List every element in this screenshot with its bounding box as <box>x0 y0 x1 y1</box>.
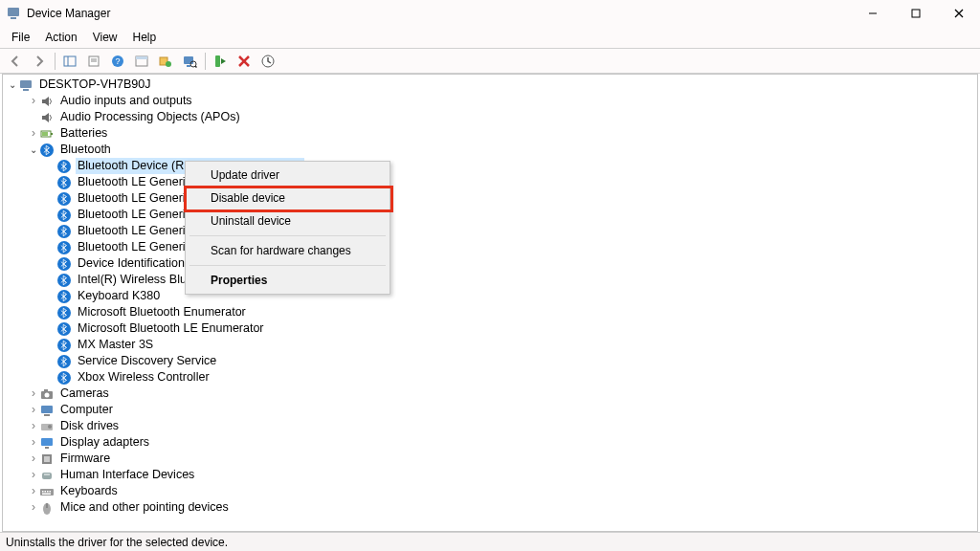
context-menu-item[interactable]: Update driver <box>188 164 388 187</box>
tree-root[interactable]: DESKTOP-VH7B90J <box>3 77 977 93</box>
svg-rect-1 <box>11 17 16 19</box>
tree-row[interactable]: Display adapters <box>3 434 977 451</box>
help-toolbar-button[interactable]: ? <box>106 51 129 72</box>
svg-rect-62 <box>50 491 52 493</box>
svg-rect-47 <box>44 389 48 391</box>
chevron-right-icon[interactable] <box>28 386 39 402</box>
update-driver-button[interactable] <box>256 51 279 72</box>
context-menu-item[interactable]: Properties <box>188 269 388 292</box>
svg-rect-59 <box>42 491 44 493</box>
chevron-right-icon[interactable] <box>28 451 39 467</box>
tree-row[interactable]: Bluetooth <box>3 142 977 158</box>
tree-row[interactable]: ·Xbox Wireless Controller <box>3 369 977 386</box>
firmware-icon <box>39 452 55 467</box>
svg-rect-25 <box>20 80 32 88</box>
tree-row[interactable]: ·Device Identification <box>3 255 977 272</box>
chevron-right-icon[interactable] <box>28 467 39 483</box>
bt-icon <box>56 289 72 304</box>
tree-row[interactable]: Firmware <box>3 451 977 467</box>
bt-icon <box>56 224 72 239</box>
context-menu-item[interactable]: Scan for hardware changes <box>188 239 388 262</box>
keyboard-icon <box>39 484 55 499</box>
properties-toolbar-button[interactable] <box>82 51 105 72</box>
device-tree[interactable]: DESKTOP-VH7B90JAudio inputs and outputs·… <box>2 74 978 532</box>
chevron-right-icon[interactable] <box>28 125 39 142</box>
tree-row[interactable]: Computer <box>3 402 977 418</box>
tree-row[interactable]: ·Microsoft Bluetooth LE Enumerator <box>3 320 977 337</box>
tree-row[interactable]: ·Bluetooth LE Generi <box>3 207 977 223</box>
menu-file[interactable]: File <box>4 29 37 46</box>
menu-help[interactable]: Help <box>125 29 165 46</box>
svg-rect-61 <box>47 491 49 493</box>
toolbar-icon-1[interactable] <box>130 51 153 72</box>
tree-row[interactable]: Cameras <box>3 386 977 402</box>
bt-icon <box>56 338 72 353</box>
chevron-down-icon[interactable] <box>28 142 39 158</box>
computer-icon <box>18 77 33 93</box>
tree-node-label: Human Interface Devices <box>58 467 196 483</box>
tree-row[interactable]: ·MX Master 3S <box>3 337 977 353</box>
tree-node-label: Microsoft Bluetooth Enumerator <box>76 304 248 320</box>
close-button[interactable] <box>937 0 980 27</box>
back-button[interactable] <box>4 51 27 72</box>
tree-row[interactable]: Batteries <box>3 125 977 142</box>
svg-rect-53 <box>45 447 49 449</box>
tree-row[interactable]: Disk drives <box>3 418 977 434</box>
tree-row[interactable]: Audio inputs and outputs <box>3 93 977 109</box>
hid-icon <box>39 468 55 483</box>
menu-view[interactable]: View <box>85 29 125 46</box>
tree-node-label: MX Master 3S <box>76 337 155 353</box>
context-menu-item[interactable]: Disable device <box>188 187 388 209</box>
tree-row[interactable]: Mice and other pointing devices <box>3 499 977 516</box>
scan-hardware-button[interactable] <box>178 51 201 72</box>
tree-node-label: Bluetooth <box>58 142 113 158</box>
context-menu-separator <box>189 265 386 266</box>
tree-row[interactable]: ·Bluetooth Device (RFCOMM Protocol TDI) <box>3 158 977 174</box>
tree-row[interactable]: Keyboards <box>3 483 977 499</box>
chevron-right-icon[interactable] <box>28 434 39 451</box>
context-menu-item[interactable]: Uninstall device <box>188 209 388 232</box>
tree-row[interactable]: ·Bluetooth LE Generi <box>3 190 977 207</box>
tree-node-label: Xbox Wireless Controller <box>76 369 212 386</box>
tree-row[interactable]: ·Microsoft Bluetooth Enumerator <box>3 304 977 320</box>
tree-node-label: Mice and other pointing devices <box>58 499 231 516</box>
forward-button[interactable] <box>28 51 51 72</box>
tree-row[interactable]: ·Intel(R) Wireless Blu <box>3 272 977 288</box>
tree-row[interactable]: Human Interface Devices <box>3 467 977 483</box>
chevron-right-icon[interactable] <box>28 483 39 499</box>
svg-rect-18 <box>187 65 190 67</box>
display-icon <box>39 435 55 451</box>
minimize-button[interactable] <box>851 0 894 27</box>
bt-icon <box>56 354 72 369</box>
svg-rect-49 <box>44 414 50 416</box>
tree-node-label: Device Identification <box>76 255 187 272</box>
svg-rect-26 <box>23 89 29 91</box>
tree-row[interactable]: ·Audio Processing Objects (APOs) <box>3 109 977 125</box>
menu-action[interactable]: Action <box>37 29 84 46</box>
maximize-button[interactable] <box>894 0 937 27</box>
mouse-icon <box>39 500 55 516</box>
svg-rect-55 <box>44 456 50 462</box>
context-menu-separator <box>189 235 386 236</box>
toolbar-icon-2[interactable] <box>154 51 177 72</box>
enable-device-button[interactable] <box>209 51 232 72</box>
bt-icon <box>56 208 72 223</box>
chevron-right-icon[interactable] <box>28 418 39 434</box>
context-menu[interactable]: Update driverDisable deviceUninstall dev… <box>185 161 390 295</box>
tree-node-label: Cameras <box>58 386 111 402</box>
uninstall-device-button[interactable] <box>233 51 256 72</box>
tree-row[interactable]: ·Service Discovery Service <box>3 353 977 369</box>
tree-row[interactable]: ·Bluetooth LE Generi <box>3 239 977 255</box>
show-hide-console-tree-button[interactable] <box>58 51 81 72</box>
tree-row[interactable]: ·Keyboard K380 <box>3 288 977 304</box>
tree-node-label: Bluetooth LE Generi <box>76 223 188 239</box>
svg-rect-29 <box>42 132 48 136</box>
bt-icon <box>56 273 72 288</box>
svg-rect-3 <box>912 10 920 17</box>
tree-row[interactable]: ·Bluetooth LE Generi <box>3 174 977 190</box>
chevron-right-icon[interactable] <box>28 499 39 516</box>
chevron-right-icon[interactable] <box>28 93 39 109</box>
tree-row[interactable]: ·Bluetooth LE Generi <box>3 223 977 239</box>
chevron-right-icon[interactable] <box>28 402 39 418</box>
chevron-down-icon[interactable] <box>7 77 18 93</box>
